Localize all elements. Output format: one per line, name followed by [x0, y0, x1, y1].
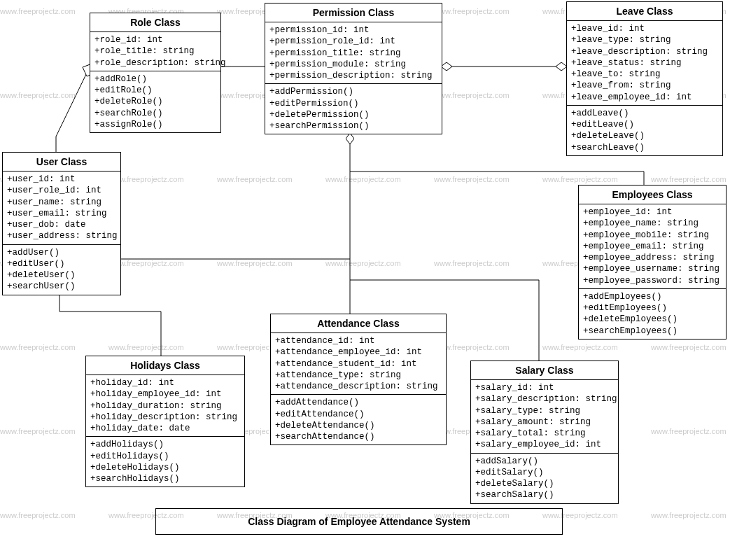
attr-row: +role_id: int — [94, 34, 216, 46]
attr-row: +leave_description: string — [571, 46, 718, 57]
class-leave-methods: +addLeave()+editLeave()+deleteLeave()+se… — [567, 106, 722, 155]
class-holidays-title: Holidays Class — [86, 356, 244, 375]
class-permission-attrs: +permission_id: int+permission_role_id: … — [265, 22, 442, 84]
attr-row: +employee_address: string — [583, 252, 722, 263]
class-salary-methods: +addSalary()+editSalary()+deleteSalary()… — [471, 454, 618, 503]
attr-row: +user_role_id: int — [7, 185, 116, 196]
method-row: +addSalary() — [475, 456, 614, 467]
attr-row: +employee_name: string — [583, 218, 722, 229]
method-row: +searchRole() — [94, 108, 216, 119]
attr-row: +employee_password: string — [583, 275, 722, 286]
method-row: +searchEmployees() — [583, 326, 722, 337]
attr-row: +permission_description: string — [269, 70, 437, 81]
class-salary-attrs: +salary_id: int+salary_description: stri… — [471, 380, 618, 454]
attr-row: +salary_amount: string — [475, 416, 614, 428]
class-employees: Employees Class +employee_id: int+employ… — [578, 185, 727, 340]
method-row: +deleteAttendance() — [275, 420, 442, 431]
attr-row: +salary_type: string — [475, 405, 614, 416]
class-salary: Salary Class +salary_id: int+salary_desc… — [470, 360, 619, 504]
method-row: +searchLeave() — [571, 142, 718, 153]
class-holidays: Holidays Class +holiday_id: int+holiday_… — [85, 356, 245, 487]
method-row: +deletePermission() — [269, 109, 437, 120]
attr-row: +permission_id: int — [269, 24, 437, 36]
class-employees-attrs: +employee_id: int+employee_name: string+… — [579, 204, 726, 289]
attr-row: +leave_type: string — [571, 34, 718, 46]
class-user-title: User Class — [3, 153, 120, 172]
class-user-attrs: +user_id: int+user_role_id: int+user_nam… — [3, 172, 120, 245]
attr-row: +holiday_id: int — [90, 377, 240, 388]
class-permission-methods: +addPermission()+editPermission()+delete… — [265, 84, 442, 134]
attr-row: +leave_status: string — [571, 57, 718, 69]
method-row: +deleteUser() — [7, 270, 116, 281]
attr-row: +attendance_id: int — [275, 335, 442, 346]
class-role: Role Class +role_id: int+role_title: str… — [90, 13, 221, 133]
attr-row: +salary_id: int — [475, 382, 614, 393]
attr-row: +user_address: string — [7, 230, 116, 241]
class-attendance-title: Attendance Class — [271, 314, 446, 333]
class-employees-methods: +addEmployees()+editEmployees()+deleteEm… — [579, 289, 726, 339]
attr-row: +attendance_type: string — [275, 370, 442, 381]
attr-row: +permission_module: string — [269, 59, 437, 70]
method-row: +searchSalary() — [475, 489, 614, 500]
class-permission-title: Permission Class — [265, 4, 442, 22]
class-holidays-methods: +addHolidays()+editHolidays()+deleteHoli… — [86, 437, 244, 486]
attr-row: +leave_employee_id: int — [571, 92, 718, 103]
method-row: +editHolidays() — [90, 451, 240, 462]
method-row: +addLeave() — [571, 108, 718, 119]
method-row: +editEmployees() — [583, 302, 722, 314]
attr-row: +employee_username: string — [583, 263, 722, 274]
attr-row: +salary_total: string — [475, 428, 614, 439]
method-row: +searchUser() — [7, 281, 116, 292]
method-row: +editLeave() — [571, 119, 718, 130]
attr-row: +leave_id: int — [571, 23, 718, 34]
attr-row: +permission_title: string — [269, 48, 437, 59]
attr-row: +salary_description: string — [475, 393, 614, 405]
attr-row: +employee_mobile: string — [583, 230, 722, 241]
class-role-attrs: +role_id: int+role_title: string+role_de… — [90, 32, 220, 71]
method-row: +addAttendance() — [275, 397, 442, 408]
class-salary-title: Salary Class — [471, 361, 618, 380]
class-leave-title: Leave Class — [567, 2, 722, 21]
method-row: +addUser() — [7, 247, 116, 258]
class-role-title: Role Class — [90, 13, 220, 32]
method-row: +searchHolidays() — [90, 473, 240, 484]
method-row: +addHolidays() — [90, 439, 240, 450]
attr-row: +user_id: int — [7, 174, 116, 185]
attr-row: +holiday_date: date — [90, 423, 240, 434]
method-row: +deleteEmployees() — [583, 314, 722, 325]
method-row: +deleteHolidays() — [90, 462, 240, 473]
diagram-title: Class Diagram of Employee Attendance Sys… — [155, 508, 563, 535]
class-employees-title: Employees Class — [579, 186, 726, 204]
class-permission: Permission Class +permission_id: int+per… — [265, 3, 442, 134]
attr-row: +role_description: string — [94, 57, 216, 69]
class-holidays-attrs: +holiday_id: int+holiday_employee_id: in… — [86, 375, 244, 437]
class-user-methods: +addUser()+editUser()+deleteUser()+searc… — [3, 245, 120, 295]
method-row: +deleteSalary() — [475, 478, 614, 489]
method-row: +editAttendance() — [275, 409, 442, 420]
attr-row: +holiday_duration: string — [90, 400, 240, 412]
method-row: +addEmployees() — [583, 291, 722, 302]
attr-row: +attendance_employee_id: int — [275, 346, 442, 358]
class-attendance-methods: +addAttendance()+editAttendance()+delete… — [271, 395, 446, 444]
attr-row: +attendance_description: string — [275, 381, 442, 392]
method-row: +deleteRole() — [94, 96, 216, 107]
attr-row: +permission_role_id: int — [269, 36, 437, 47]
method-row: +editUser() — [7, 258, 116, 270]
attr-row: +user_dob: date — [7, 219, 116, 230]
method-row: +editPermission() — [269, 98, 437, 109]
class-leave-attrs: +leave_id: int+leave_type: string+leave_… — [567, 21, 722, 106]
method-row: +editRole() — [94, 85, 216, 96]
attr-row: +holiday_employee_id: int — [90, 388, 240, 400]
attr-row: +leave_to: string — [571, 69, 718, 80]
class-leave: Leave Class +leave_id: int+leave_type: s… — [566, 1, 723, 156]
class-attendance: Attendance Class +attendance_id: int+att… — [270, 314, 447, 445]
method-row: +editSalary() — [475, 467, 614, 478]
attr-row: +user_name: string — [7, 197, 116, 208]
method-row: +deleteLeave() — [571, 130, 718, 141]
attr-row: +leave_from: string — [571, 80, 718, 91]
attr-row: +employee_id: int — [583, 206, 722, 218]
class-user: User Class +user_id: int+user_role_id: i… — [2, 152, 121, 295]
method-row: +searchPermission() — [269, 120, 437, 132]
class-attendance-attrs: +attendance_id: int+attendance_employee_… — [271, 333, 446, 395]
method-row: +searchAttendance() — [275, 431, 442, 442]
